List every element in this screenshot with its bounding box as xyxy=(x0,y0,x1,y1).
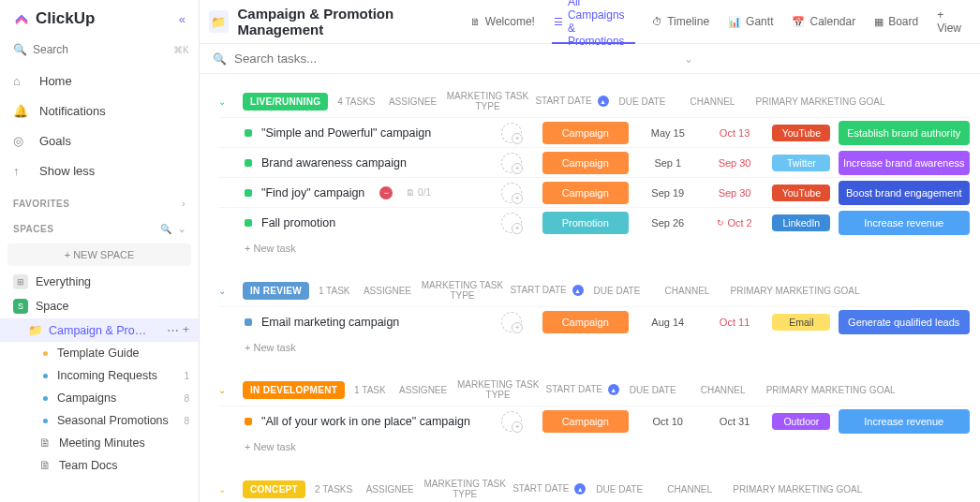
nav-notifications[interactable]: 🔔Notifications xyxy=(0,96,199,126)
col-start-date[interactable]: START DATE ▲ xyxy=(509,285,584,297)
assignee-empty[interactable] xyxy=(501,312,522,332)
tab-all-campaigns-promotions[interactable]: ☰All Campaigns & Promotions xyxy=(544,0,643,44)
assignee-empty[interactable] xyxy=(501,183,522,203)
task-row[interactable]: "All of your work in one place" campaign… xyxy=(218,406,971,436)
nav-goals[interactable]: ◎Goals xyxy=(0,126,199,155)
tree-item[interactable]: 🗎Team Docs xyxy=(0,454,199,477)
due-date[interactable]: Oct 11 xyxy=(704,317,766,328)
tab-timeline[interactable]: ⏱Timeline xyxy=(643,0,719,44)
collapse-group-icon[interactable]: ⌄ xyxy=(218,484,233,495)
col-assignee[interactable]: ASSIGNEE xyxy=(359,286,415,296)
status-dot[interactable] xyxy=(245,129,252,137)
col-channel[interactable]: CHANNEL xyxy=(676,96,750,107)
status-dot[interactable] xyxy=(245,219,252,227)
status-dot[interactable] xyxy=(245,318,252,326)
nav-show-less[interactable]: ↑Show less xyxy=(0,155,199,185)
marketing-task-type-badge[interactable]: Promotion xyxy=(542,212,629,234)
marketing-task-type-badge[interactable]: Campaign xyxy=(542,182,629,204)
status-dot[interactable] xyxy=(245,159,252,167)
status-pill[interactable]: LIVE/RUNNING xyxy=(243,93,328,111)
sidebar-search-input[interactable] xyxy=(33,43,173,56)
start-date[interactable]: Aug 14 xyxy=(632,317,704,328)
task-title[interactable]: "Find joy" campaign xyxy=(261,186,364,199)
new-task-button[interactable]: + New task xyxy=(218,237,971,259)
collapse-sidebar-icon[interactable]: « xyxy=(179,12,186,26)
goal-badge[interactable]: Increase brand awareness xyxy=(839,151,970,175)
task-title[interactable]: "All of your work in one place" campaign xyxy=(261,415,470,428)
task-title[interactable]: Brand awareness campaign xyxy=(261,156,407,170)
col-marketing-task-type[interactable]: MARKETING TASK TYPE xyxy=(441,91,535,111)
col-primary-marketing-goal[interactable]: PRIMARY MARKETING GOAL xyxy=(724,286,865,296)
task-title[interactable]: Email marketing campaign xyxy=(261,316,399,329)
tree-item[interactable]: Campaigns8 xyxy=(0,387,199,409)
col-due-date[interactable]: DUE DATE xyxy=(587,484,652,495)
tab-welcome-[interactable]: 🗎Welcome! xyxy=(461,0,544,44)
channel-badge[interactable]: LinkedIn xyxy=(772,214,830,231)
goal-badge[interactable]: Generate qualified leads xyxy=(839,310,970,334)
col-due-date[interactable]: DUE DATE xyxy=(620,385,686,395)
collapse-group-icon[interactable]: ⌄ xyxy=(218,286,233,296)
start-date[interactable]: Oct 10 xyxy=(632,416,704,427)
new-space-button[interactable]: + NEW SPACE xyxy=(7,244,191,266)
chevron-right-icon[interactable]: › xyxy=(182,199,186,209)
task-row[interactable]: Brand awareness campaignCampaignSep 1Sep… xyxy=(218,147,971,177)
marketing-task-type-badge[interactable]: Campaign xyxy=(542,152,629,174)
col-marketing-task-type[interactable]: MARKETING TASK TYPE xyxy=(452,379,545,400)
assignee-empty[interactable] xyxy=(501,123,522,143)
tree-item[interactable]: Seasonal Promotions8 xyxy=(0,409,199,432)
marketing-task-type-badge[interactable]: Campaign xyxy=(542,122,629,144)
nav-home[interactable]: ⌂Home xyxy=(0,66,199,96)
start-date[interactable]: Sep 1 xyxy=(632,157,704,169)
sort-asc-icon[interactable]: ▲ xyxy=(572,285,584,296)
col-primary-marketing-goal[interactable]: PRIMARY MARKETING GOAL xyxy=(750,96,891,107)
tree-item[interactable]: 🗎Meeting Minutes xyxy=(0,432,199,454)
plus-icon[interactable]: + xyxy=(183,323,189,337)
col-channel[interactable]: CHANNEL xyxy=(652,484,727,495)
col-channel[interactable]: CHANNEL xyxy=(686,385,761,395)
task-row[interactable]: "Simple and Powerful" campaignCampaignMa… xyxy=(218,117,971,147)
tab--view[interactable]: + View xyxy=(928,0,971,44)
status-pill[interactable]: CONCEPT xyxy=(243,480,305,498)
goal-badge[interactable]: Increase revenue xyxy=(839,211,970,235)
new-task-button[interactable]: + New task xyxy=(218,336,971,359)
col-due-date[interactable]: DUE DATE xyxy=(584,286,649,296)
task-search-input[interactable] xyxy=(234,52,403,66)
col-primary-marketing-goal[interactable]: PRIMARY MARKETING GOAL xyxy=(761,385,901,395)
assignee-empty[interactable] xyxy=(501,153,522,173)
task-row[interactable]: "Find joy" campaign−🗎 0/1CampaignSep 19S… xyxy=(218,177,971,207)
start-date[interactable]: May 15 xyxy=(632,127,704,139)
due-date[interactable]: ↻Oct 2 xyxy=(704,217,766,229)
col-marketing-task-type[interactable]: MARKETING TASK TYPE xyxy=(415,280,509,301)
tab-gantt[interactable]: 📊Gantt xyxy=(719,0,782,44)
col-due-date[interactable]: DUE DATE xyxy=(610,96,676,107)
tree-campaign-promotion[interactable]: 📁 Campaign & Promotion M... ⋯+ xyxy=(0,318,199,342)
sort-asc-icon[interactable]: ▲ xyxy=(608,384,619,395)
status-dot[interactable] xyxy=(245,189,252,197)
assignee-empty[interactable] xyxy=(501,213,522,233)
channel-badge[interactable]: Email xyxy=(772,314,830,331)
status-pill[interactable]: IN REVIEW xyxy=(243,282,309,300)
col-start-date[interactable]: START DATE ▲ xyxy=(545,384,620,396)
col-channel[interactable]: CHANNEL xyxy=(649,286,724,296)
goal-badge[interactable]: Increase revenue xyxy=(839,409,970,434)
chevron-down-icon[interactable]: ⌄ xyxy=(684,52,693,66)
collapse-group-icon[interactable]: ⌄ xyxy=(218,385,233,395)
col-primary-marketing-goal[interactable]: PRIMARY MARKETING GOAL xyxy=(727,484,868,495)
tree-everything[interactable]: ⊞ Everything xyxy=(0,270,199,294)
goal-badge[interactable]: Establish brand authority xyxy=(839,121,970,145)
collapse-group-icon[interactable]: ⌄ xyxy=(218,96,233,107)
col-assignee[interactable]: ASSIGNEE xyxy=(395,385,452,395)
assignee-empty[interactable] xyxy=(501,411,522,432)
sort-asc-icon[interactable]: ▲ xyxy=(574,483,586,495)
tree-item[interactable]: Incoming Requests1 xyxy=(0,364,199,387)
col-assignee[interactable]: ASSIGNEE xyxy=(385,96,441,107)
marketing-task-type-badge[interactable]: Campaign xyxy=(542,410,629,433)
start-date[interactable]: Sep 19 xyxy=(632,187,704,199)
due-date[interactable]: Sep 30 xyxy=(704,187,766,199)
more-icon[interactable]: ⋯ xyxy=(167,323,179,337)
due-date[interactable]: Oct 13 xyxy=(704,127,766,139)
marketing-task-type-badge[interactable]: Campaign xyxy=(542,311,629,333)
tree-space[interactable]: S Space xyxy=(0,294,199,318)
tree-item[interactable]: Template Guide xyxy=(0,342,199,364)
tab-calendar[interactable]: 📅Calendar xyxy=(782,0,865,44)
